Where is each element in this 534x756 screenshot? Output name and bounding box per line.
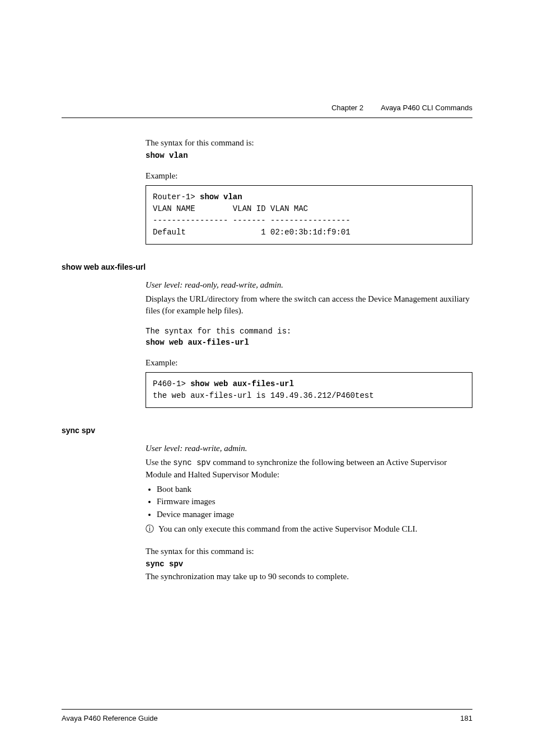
header-chapter: Chapter 2 bbox=[331, 104, 363, 112]
footer-doc: Avaya P460 Reference Guide bbox=[62, 714, 158, 722]
example-box-2: P460-1> show web aux-files-url the web a… bbox=[146, 372, 472, 408]
info-note-text: You can only execute this command from t… bbox=[158, 524, 418, 533]
section2-desc: Displays the URL/directory from where th… bbox=[146, 293, 472, 317]
bullet-item: Boot bank bbox=[157, 483, 472, 496]
section2-syntax-label: The syntax for this command is: bbox=[146, 327, 472, 336]
section3-syntax-cmd: sync spv bbox=[146, 560, 472, 569]
bullet-item: Firmware images bbox=[157, 495, 472, 508]
info-icon: ⓘ bbox=[146, 524, 154, 533]
header-title: Avaya P460 CLI Commands bbox=[381, 104, 472, 112]
syntax-label: The syntax for this command is: bbox=[146, 137, 472, 149]
bullet-item: Device manager image bbox=[157, 508, 472, 521]
example2-line2: the web aux-files-url is 149.49.36.212/P… bbox=[153, 391, 374, 400]
section-heading-show-web: show web aux-files-url bbox=[62, 262, 472, 271]
syntax-command: show vlan bbox=[146, 151, 472, 160]
section2-syntax-cmd: show web aux-files-url bbox=[146, 338, 472, 347]
example1-line4: Default 1 02:e0:3b:1d:f9:01 bbox=[153, 228, 350, 237]
example2-cmd: show web aux-files-url bbox=[190, 379, 294, 388]
userlevel-3: User level: read-write, admin. bbox=[146, 443, 472, 454]
page-footer: Avaya P460 Reference Guide 181 bbox=[62, 709, 472, 722]
example1-cmd: show vlan bbox=[200, 192, 242, 201]
example1-prompt: Router-1> bbox=[153, 192, 200, 201]
section3-desc-pre: Use the bbox=[146, 458, 173, 467]
section3-syntax-label: The syntax for this command is: bbox=[146, 546, 472, 557]
userlevel-2: User level: read-only, read-write, admin… bbox=[146, 279, 472, 291]
section-heading-sync-spv: sync spv bbox=[62, 426, 472, 435]
page-header: Chapter 2 Avaya P460 CLI Commands bbox=[331, 104, 472, 112]
section3-note: The synchronization may take up to 90 se… bbox=[146, 571, 472, 583]
example2-prompt: P460-1> bbox=[153, 379, 190, 388]
header-rule bbox=[62, 118, 472, 118]
example-box-1: Router-1> show vlan VLAN NAME VLAN ID VL… bbox=[146, 185, 472, 245]
info-note-line: ⓘYou can only execute this command from … bbox=[146, 523, 472, 536]
section3-desc: Use the sync spv command to synchronize … bbox=[146, 457, 472, 481]
example-label: Example: bbox=[146, 170, 472, 182]
section2-example-label: Example: bbox=[146, 357, 472, 369]
footer-page: 181 bbox=[460, 714, 472, 722]
section3-desc-cmd: sync spv bbox=[173, 458, 210, 467]
example1-line3: ---------------- ------- ---------------… bbox=[153, 216, 350, 225]
example1-line2: VLAN NAME VLAN ID VLAN MAC bbox=[153, 204, 308, 213]
bullet-list: Boot bank Firmware images Device manager… bbox=[146, 483, 472, 521]
